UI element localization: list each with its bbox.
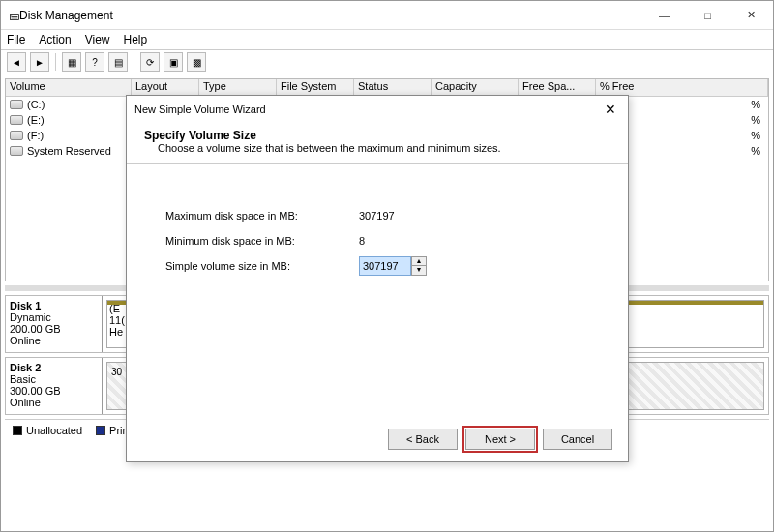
volume-size-spinner: ▲ ▼ bbox=[359, 256, 427, 276]
col-pctfree[interactable]: % Free bbox=[596, 79, 768, 96]
col-type[interactable]: Type bbox=[199, 79, 277, 96]
app-icon: 🖴 bbox=[9, 10, 19, 21]
toolbar-btn-3[interactable]: ▣ bbox=[164, 52, 183, 72]
minimize-button[interactable]: — bbox=[642, 1, 686, 30]
back-icon[interactable]: ◄ bbox=[7, 52, 26, 72]
toolbar-separator bbox=[134, 53, 134, 71]
max-space-value: 307197 bbox=[359, 210, 395, 222]
spinner-buttons: ▲ ▼ bbox=[411, 256, 427, 276]
dialog-titlebar: New Simple Volume Wizard ✕ bbox=[127, 96, 628, 123]
min-space-value: 8 bbox=[359, 235, 365, 247]
window-title: Disk Management bbox=[19, 9, 642, 22]
swatch-icon bbox=[13, 426, 22, 435]
volume-size-row: Simple volume size in MB: ▲ ▼ bbox=[165, 253, 589, 279]
menu-file[interactable]: File bbox=[7, 33, 25, 46]
max-space-row: Maximum disk space in MB: 307197 bbox=[165, 203, 589, 228]
menubar: File Action View Help bbox=[1, 30, 773, 49]
col-free[interactable]: Free Spa... bbox=[519, 79, 596, 96]
col-status[interactable]: Status bbox=[354, 79, 432, 96]
max-space-label: Maximum disk space in MB: bbox=[165, 210, 359, 222]
help-icon[interactable]: ? bbox=[85, 52, 104, 72]
dialog-title: New Simple Volume Wizard bbox=[134, 103, 266, 115]
volume-size-input[interactable] bbox=[359, 256, 411, 276]
maximize-button[interactable]: □ bbox=[686, 1, 729, 30]
dialog-buttons: < Back Next > Cancel bbox=[388, 429, 612, 450]
col-capacity[interactable]: Capacity bbox=[432, 79, 519, 96]
toolbar-btn-4[interactable]: ▩ bbox=[187, 52, 206, 72]
volume-wizard-dialog: New Simple Volume Wizard ✕ Specify Volum… bbox=[126, 95, 629, 462]
close-button[interactable]: ✕ bbox=[729, 1, 773, 30]
col-filesystem[interactable]: File System bbox=[277, 79, 354, 96]
dialog-header: Specify Volume Size Choose a volume size… bbox=[127, 123, 628, 164]
drive-icon bbox=[10, 100, 23, 109]
dialog-body: Maximum disk space in MB: 307197 Minimum… bbox=[127, 164, 628, 317]
min-space-label: Minimum disk space in MB: bbox=[165, 235, 359, 247]
spin-up-icon[interactable]: ▲ bbox=[412, 257, 426, 266]
disk-info: Disk 2 Basic 300.00 GB Online bbox=[6, 358, 103, 414]
toolbar: ◄ ► ▦ ? ▤ ⟳ ▣ ▩ bbox=[1, 49, 773, 74]
toolbar-btn-1[interactable]: ▦ bbox=[62, 52, 81, 72]
disk-info: Disk 1 Dynamic 200.00 GB Online bbox=[6, 296, 103, 352]
titlebar: 🖴 Disk Management — □ ✕ bbox=[1, 1, 773, 30]
col-volume[interactable]: Volume bbox=[6, 79, 132, 96]
drive-icon bbox=[10, 146, 23, 156]
menu-help[interactable]: Help bbox=[124, 33, 148, 46]
menu-action[interactable]: Action bbox=[39, 33, 71, 46]
drive-icon bbox=[10, 131, 23, 140]
swatch-icon bbox=[96, 426, 105, 435]
drive-icon bbox=[10, 115, 23, 125]
volume-size-label: Simple volume size in MB: bbox=[165, 260, 359, 272]
toolbar-btn-2[interactable]: ▤ bbox=[108, 52, 128, 72]
forward-icon[interactable]: ► bbox=[30, 52, 49, 72]
spin-down-icon[interactable]: ▼ bbox=[412, 266, 426, 275]
back-button[interactable]: < Back bbox=[388, 429, 458, 450]
dialog-subheading: Choose a volume size that is between the… bbox=[144, 142, 610, 154]
close-icon[interactable]: ✕ bbox=[601, 102, 620, 117]
next-button[interactable]: Next > bbox=[465, 429, 535, 450]
dialog-heading: Specify Volume Size bbox=[144, 129, 256, 142]
refresh-icon[interactable]: ⟳ bbox=[140, 52, 160, 72]
toolbar-separator bbox=[55, 53, 56, 71]
min-space-row: Minimum disk space in MB: 8 bbox=[165, 228, 589, 253]
col-layout[interactable]: Layout bbox=[132, 79, 199, 96]
legend-unallocated: Unallocated bbox=[13, 425, 82, 436]
menu-view[interactable]: View bbox=[85, 33, 110, 46]
cancel-button[interactable]: Cancel bbox=[543, 429, 612, 450]
